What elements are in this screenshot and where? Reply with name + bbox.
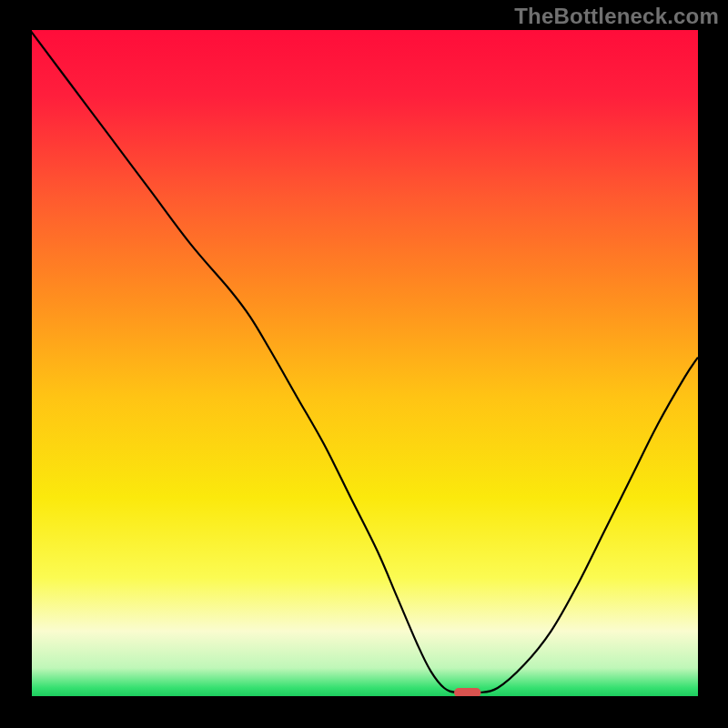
watermark-text: TheBottleneck.com: [514, 4, 719, 29]
chart-frame: TheBottleneck.com: [0, 0, 728, 728]
plot-area: [30, 30, 698, 698]
gradient-background: [30, 30, 698, 698]
chart-svg: [30, 30, 698, 698]
y-axis-line: [30, 30, 32, 698]
x-axis-line: [30, 696, 698, 698]
